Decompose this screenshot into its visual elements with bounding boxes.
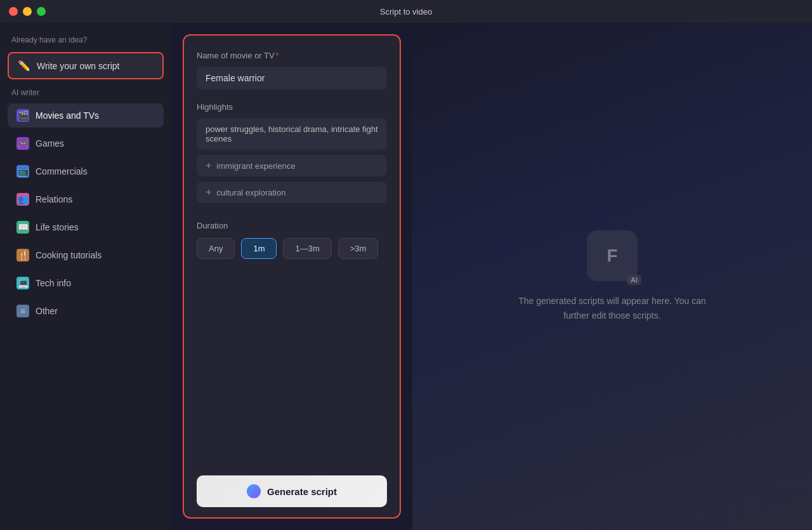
highlights-section: Highlights power struggles, historical d… bbox=[197, 102, 387, 208]
maximize-button[interactable] bbox=[37, 7, 46, 16]
main-layout: Already have an idea? ✏️ Write your own … bbox=[0, 23, 812, 530]
ai-logo: F AI bbox=[587, 230, 638, 281]
placeholder-text: The generated scripts will appear here. … bbox=[511, 294, 714, 322]
sidebar-item-label: Relations bbox=[36, 194, 72, 204]
duration-buttons: Any 1m 1—3m >3m bbox=[197, 238, 387, 259]
tech-icon: 💻 bbox=[16, 277, 29, 289]
plus-icon: + bbox=[206, 160, 211, 171]
duration-any-button[interactable]: Any bbox=[197, 238, 235, 259]
sidebar-item-games[interactable]: 🎮 Games bbox=[8, 131, 164, 156]
sidebar-item-label: Commercials bbox=[36, 166, 88, 176]
minimize-button[interactable] bbox=[23, 7, 32, 16]
sidebar-item-label: Movies and TVs bbox=[36, 110, 99, 121]
duration-1-3m-button[interactable]: 1—3m bbox=[283, 238, 331, 259]
commercials-icon: 📺 bbox=[16, 165, 29, 178]
name-field-label: Name of movie or TV* bbox=[197, 51, 387, 60]
highlight-add-label: immigrant experience bbox=[216, 161, 295, 171]
ai-logo-text: F bbox=[606, 246, 617, 266]
window-title: Script to video bbox=[380, 7, 432, 17]
sidebar-item-commercials[interactable]: 📺 Commercials bbox=[8, 159, 164, 183]
sidebar-item-label: Tech info bbox=[36, 278, 71, 288]
life-stories-icon: 📖 bbox=[16, 221, 29, 234]
highlight-add-immigrant[interactable]: + immigrant experience bbox=[197, 155, 387, 176]
sidebar-item-label: Other bbox=[36, 306, 58, 316]
sidebar-item-other[interactable]: ≡ Other bbox=[8, 299, 164, 323]
generate-script-button[interactable]: Generate script bbox=[197, 475, 387, 507]
highlight-tag-main[interactable]: power struggles, historical drama, intri… bbox=[197, 118, 387, 150]
sidebar-item-movies[interactable]: 🎬 Movies and TVs bbox=[8, 103, 164, 128]
duration-label: Duration bbox=[197, 221, 387, 230]
close-button[interactable] bbox=[9, 7, 18, 16]
sidebar-item-life-stories[interactable]: 📖 Life stories bbox=[8, 215, 164, 239]
sidebar-item-label: Life stories bbox=[36, 222, 79, 232]
duration-section: Duration Any 1m 1—3m >3m bbox=[197, 221, 387, 259]
sidebar-item-label: Games bbox=[36, 138, 64, 149]
highlight-add-label: cultural exploration bbox=[216, 188, 285, 197]
plus-icon: + bbox=[206, 187, 211, 198]
titlebar: Script to video bbox=[0, 0, 812, 23]
duration-1m-button[interactable]: 1m bbox=[241, 238, 277, 259]
sidebar-item-label: Cooking tutorials bbox=[36, 250, 102, 260]
sidebar-item-cooking[interactable]: 🍴 Cooking tutorials bbox=[8, 243, 164, 267]
required-indicator: * bbox=[276, 51, 279, 60]
write-own-script-button[interactable]: ✏️ Write your own script bbox=[8, 52, 164, 79]
already-have-idea-label: Already have an idea? bbox=[8, 36, 164, 44]
duration-gt3m-button[interactable]: >3m bbox=[338, 238, 379, 259]
center-panel: Name of movie or TV* Highlights power st… bbox=[171, 23, 412, 530]
generate-icon bbox=[247, 484, 261, 498]
pencil-icon: ✏️ bbox=[18, 60, 30, 72]
relations-icon: 👥 bbox=[16, 193, 29, 206]
sidebar-item-relations[interactable]: 👥 Relations bbox=[8, 187, 164, 211]
movies-icon: 🎬 bbox=[16, 109, 29, 122]
right-panel: F AI The generated scripts will appear h… bbox=[412, 23, 812, 530]
ai-badge: AI bbox=[627, 275, 641, 285]
movie-name-input[interactable] bbox=[197, 67, 387, 89]
highlight-add-cultural[interactable]: + cultural exploration bbox=[197, 182, 387, 203]
generate-script-label: Generate script bbox=[267, 486, 337, 497]
other-icon: ≡ bbox=[16, 305, 29, 317]
sidebar-item-tech-info[interactable]: 💻 Tech info bbox=[8, 271, 164, 295]
sidebar: Already have an idea? ✏️ Write your own … bbox=[0, 23, 171, 530]
games-icon: 🎮 bbox=[16, 137, 29, 150]
cooking-icon: 🍴 bbox=[16, 249, 29, 262]
ai-writer-label: AI writer bbox=[8, 88, 164, 97]
form-card: Name of movie or TV* Highlights power st… bbox=[183, 34, 401, 519]
traffic-lights bbox=[9, 7, 46, 16]
highlights-label: Highlights bbox=[197, 102, 387, 112]
write-own-script-label: Write your own script bbox=[37, 61, 119, 71]
